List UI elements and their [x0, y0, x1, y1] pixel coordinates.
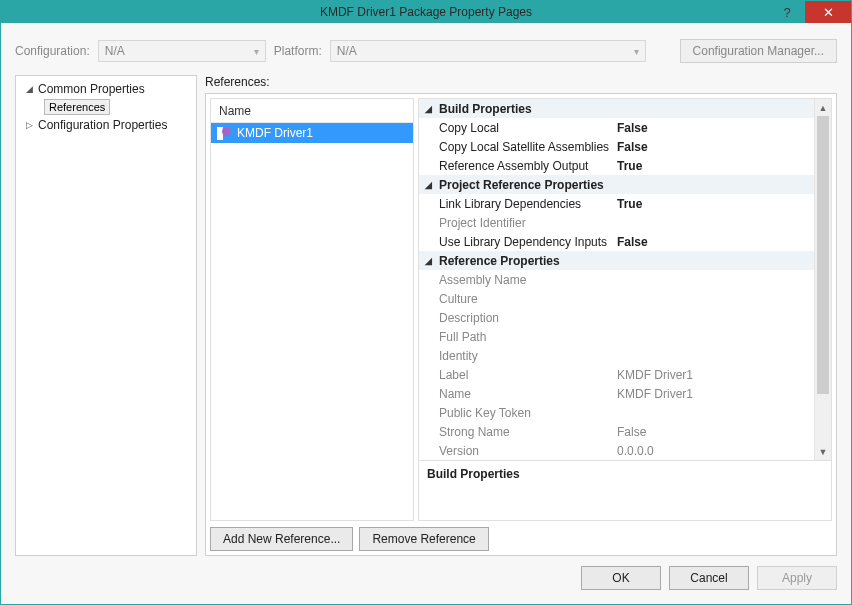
configuration-manager-button[interactable]: Configuration Manager... — [680, 39, 837, 63]
category-label: Project Reference Properties — [439, 178, 604, 192]
grid-category-project-ref[interactable]: ◢ Project Reference Properties — [419, 175, 814, 194]
collapse-toggle-icon[interactable]: ◢ — [423, 180, 433, 190]
help-icon[interactable]: ? — [769, 1, 805, 23]
grid-row-identity[interactable]: Identity — [419, 346, 814, 365]
tree-item-configuration-properties[interactable]: ▷ Configuration Properties — [18, 116, 194, 134]
titlebar[interactable]: KMDF Driver1 Package Property Pages ? ✕ — [1, 1, 851, 23]
grid-row-copy-local-satellite[interactable]: Copy Local Satellite AssembliesFalse — [419, 137, 814, 156]
grid-row-link-lib-dep[interactable]: Link Library DependenciesTrue — [419, 194, 814, 213]
references-box: Name KMDF Driver1 ◢ — [205, 93, 837, 556]
collapse-toggle-icon[interactable]: ◢ — [423, 104, 433, 114]
property-grid[interactable]: ◢ Build Properties Copy LocalFalse Copy … — [418, 98, 832, 521]
grid-row-description[interactable]: Description — [419, 308, 814, 327]
scroll-up-icon[interactable]: ▲ — [815, 99, 831, 116]
window-title: KMDF Driver1 Package Property Pages — [320, 5, 532, 19]
ok-button[interactable]: OK — [581, 566, 661, 590]
configuration-value: N/A — [105, 44, 125, 58]
tree-label: Common Properties — [38, 82, 145, 96]
configuration-label: Configuration: — [15, 44, 90, 58]
main-content: ◢ Common Properties References ▷ Configu… — [15, 75, 837, 556]
references-panel: References: Name KMDF Driver1 — [205, 75, 837, 556]
list-item[interactable]: KMDF Driver1 — [211, 123, 413, 143]
category-label: Reference Properties — [439, 254, 560, 268]
grid-row-project-identifier[interactable]: Project Identifier — [419, 213, 814, 232]
platform-label: Platform: — [274, 44, 322, 58]
category-tree[interactable]: ◢ Common Properties References ▷ Configu… — [15, 75, 197, 556]
grid-row-use-lib-dep-inputs[interactable]: Use Library Dependency InputsFalse — [419, 232, 814, 251]
close-icon[interactable]: ✕ — [805, 1, 851, 23]
property-description: Build Properties — [419, 460, 831, 520]
grid-category-build[interactable]: ◢ Build Properties — [419, 99, 814, 118]
scrollbar-thumb[interactable] — [817, 116, 829, 394]
apply-button[interactable]: Apply — [757, 566, 837, 590]
grid-body: ◢ Build Properties Copy LocalFalse Copy … — [419, 99, 814, 460]
grid-row-public-key-token[interactable]: Public Key Token — [419, 403, 814, 422]
grid-row-copy-local[interactable]: Copy LocalFalse — [419, 118, 814, 137]
list-item-label: KMDF Driver1 — [237, 126, 313, 140]
references-panes: Name KMDF Driver1 ◢ — [210, 98, 832, 521]
expand-toggle-icon[interactable]: ▷ — [24, 120, 34, 130]
grid-row-name[interactable]: NameKMDF Driver1 — [419, 384, 814, 403]
references-list[interactable]: Name KMDF Driver1 — [210, 98, 414, 521]
grid-row-version[interactable]: Version0.0.0.0 — [419, 441, 814, 460]
grid-row-assembly-name[interactable]: Assembly Name — [419, 270, 814, 289]
category-label: Build Properties — [439, 102, 532, 116]
platform-combo[interactable]: N/A ▾ — [330, 40, 646, 62]
dialog-footer: OK Cancel Apply — [15, 556, 837, 590]
dialog-body: Configuration: N/A ▾ Platform: N/A ▾ Con… — [1, 23, 851, 604]
chevron-down-icon: ▾ — [634, 46, 639, 57]
collapse-toggle-icon[interactable]: ◢ — [423, 256, 433, 266]
tree-label: References — [44, 99, 110, 115]
remove-reference-button[interactable]: Remove Reference — [359, 527, 488, 551]
grid-row-culture[interactable]: Culture — [419, 289, 814, 308]
configuration-combo[interactable]: N/A ▾ — [98, 40, 266, 62]
platform-value: N/A — [337, 44, 357, 58]
project-icon — [217, 127, 231, 140]
chevron-down-icon: ▾ — [254, 46, 259, 57]
tree-label: Configuration Properties — [38, 118, 167, 132]
list-header-name[interactable]: Name — [211, 99, 413, 123]
expand-toggle-icon[interactable]: ◢ — [24, 84, 34, 94]
tree-item-references[interactable]: References — [18, 98, 194, 116]
grid-scroll-area: ◢ Build Properties Copy LocalFalse Copy … — [419, 99, 831, 460]
tree-item-common-properties[interactable]: ◢ Common Properties — [18, 80, 194, 98]
references-label: References: — [205, 75, 837, 89]
configuration-bar: Configuration: N/A ▾ Platform: N/A ▾ Con… — [15, 37, 837, 65]
vertical-scrollbar[interactable]: ▲ ▼ — [814, 99, 831, 460]
scroll-down-icon[interactable]: ▼ — [815, 443, 831, 460]
grid-row-ref-assembly-output[interactable]: Reference Assembly OutputTrue — [419, 156, 814, 175]
reference-buttons: Add New Reference... Remove Reference — [210, 525, 832, 551]
property-description-title: Build Properties — [427, 467, 823, 481]
add-new-reference-button[interactable]: Add New Reference... — [210, 527, 353, 551]
dialog-window: KMDF Driver1 Package Property Pages ? ✕ … — [0, 0, 852, 605]
scrollbar-track[interactable] — [815, 116, 831, 443]
grid-row-label[interactable]: LabelKMDF Driver1 — [419, 365, 814, 384]
grid-row-strong-name[interactable]: Strong NameFalse — [419, 422, 814, 441]
cancel-button[interactable]: Cancel — [669, 566, 749, 590]
grid-category-reference[interactable]: ◢ Reference Properties — [419, 251, 814, 270]
grid-row-full-path[interactable]: Full Path — [419, 327, 814, 346]
titlebar-buttons: ? ✕ — [769, 1, 851, 23]
